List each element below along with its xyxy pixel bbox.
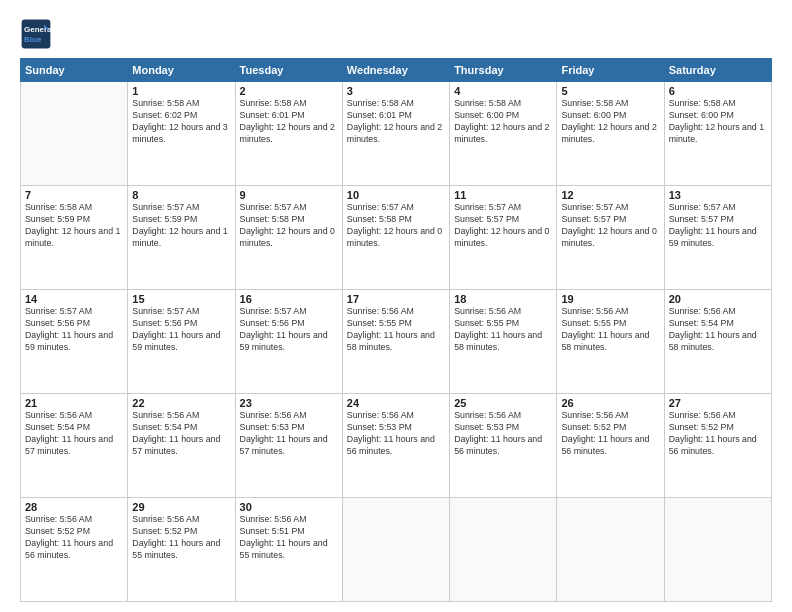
day-info: Sunrise: 5:57 AM Sunset: 5:56 PM Dayligh… [25,306,123,354]
day-info: Sunrise: 5:56 AM Sunset: 5:53 PM Dayligh… [240,410,338,458]
day-number: 20 [669,293,767,305]
calendar-cell: 10Sunrise: 5:57 AM Sunset: 5:58 PM Dayli… [342,186,449,290]
day-number: 11 [454,189,552,201]
calendar-cell [557,498,664,602]
calendar-cell: 4Sunrise: 5:58 AM Sunset: 6:00 PM Daylig… [450,82,557,186]
calendar-cell: 18Sunrise: 5:56 AM Sunset: 5:55 PM Dayli… [450,290,557,394]
day-info: Sunrise: 5:58 AM Sunset: 5:59 PM Dayligh… [25,202,123,250]
day-number: 12 [561,189,659,201]
day-number: 22 [132,397,230,409]
day-info: Sunrise: 5:56 AM Sunset: 5:52 PM Dayligh… [25,514,123,562]
calendar-cell: 22Sunrise: 5:56 AM Sunset: 5:54 PM Dayli… [128,394,235,498]
calendar-cell: 26Sunrise: 5:56 AM Sunset: 5:52 PM Dayli… [557,394,664,498]
calendar-cell: 14Sunrise: 5:57 AM Sunset: 5:56 PM Dayli… [21,290,128,394]
calendar-cell: 23Sunrise: 5:56 AM Sunset: 5:53 PM Dayli… [235,394,342,498]
calendar-cell [342,498,449,602]
calendar-cell: 21Sunrise: 5:56 AM Sunset: 5:54 PM Dayli… [21,394,128,498]
weekday-header-thursday: Thursday [450,59,557,82]
weekday-header-saturday: Saturday [664,59,771,82]
calendar-cell: 25Sunrise: 5:56 AM Sunset: 5:53 PM Dayli… [450,394,557,498]
calendar-cell: 29Sunrise: 5:56 AM Sunset: 5:52 PM Dayli… [128,498,235,602]
day-number: 3 [347,85,445,97]
page: General Blue SundayMondayTuesdayWednesda… [0,0,792,612]
calendar-cell: 28Sunrise: 5:56 AM Sunset: 5:52 PM Dayli… [21,498,128,602]
day-info: Sunrise: 5:58 AM Sunset: 6:00 PM Dayligh… [669,98,767,146]
day-info: Sunrise: 5:57 AM Sunset: 5:57 PM Dayligh… [561,202,659,250]
week-row-3: 14Sunrise: 5:57 AM Sunset: 5:56 PM Dayli… [21,290,772,394]
calendar-cell: 12Sunrise: 5:57 AM Sunset: 5:57 PM Dayli… [557,186,664,290]
day-info: Sunrise: 5:58 AM Sunset: 6:01 PM Dayligh… [240,98,338,146]
day-info: Sunrise: 5:57 AM Sunset: 5:57 PM Dayligh… [454,202,552,250]
calendar-cell: 16Sunrise: 5:57 AM Sunset: 5:56 PM Dayli… [235,290,342,394]
day-number: 4 [454,85,552,97]
day-number: 13 [669,189,767,201]
calendar-cell [450,498,557,602]
day-number: 6 [669,85,767,97]
day-number: 14 [25,293,123,305]
calendar-cell: 3Sunrise: 5:58 AM Sunset: 6:01 PM Daylig… [342,82,449,186]
day-info: Sunrise: 5:56 AM Sunset: 5:51 PM Dayligh… [240,514,338,562]
day-number: 27 [669,397,767,409]
day-number: 30 [240,501,338,513]
calendar-cell: 15Sunrise: 5:57 AM Sunset: 5:56 PM Dayli… [128,290,235,394]
day-info: Sunrise: 5:56 AM Sunset: 5:52 PM Dayligh… [669,410,767,458]
svg-text:Blue: Blue [24,35,42,44]
calendar-cell: 7Sunrise: 5:58 AM Sunset: 5:59 PM Daylig… [21,186,128,290]
day-number: 23 [240,397,338,409]
week-row-4: 21Sunrise: 5:56 AM Sunset: 5:54 PM Dayli… [21,394,772,498]
day-number: 21 [25,397,123,409]
day-info: Sunrise: 5:56 AM Sunset: 5:54 PM Dayligh… [25,410,123,458]
day-info: Sunrise: 5:57 AM Sunset: 5:56 PM Dayligh… [132,306,230,354]
header: General Blue [20,18,772,50]
calendar-cell: 8Sunrise: 5:57 AM Sunset: 5:59 PM Daylig… [128,186,235,290]
week-row-5: 28Sunrise: 5:56 AM Sunset: 5:52 PM Dayli… [21,498,772,602]
day-info: Sunrise: 5:56 AM Sunset: 5:52 PM Dayligh… [132,514,230,562]
day-number: 19 [561,293,659,305]
day-info: Sunrise: 5:57 AM Sunset: 5:56 PM Dayligh… [240,306,338,354]
calendar-cell: 2Sunrise: 5:58 AM Sunset: 6:01 PM Daylig… [235,82,342,186]
day-info: Sunrise: 5:56 AM Sunset: 5:53 PM Dayligh… [347,410,445,458]
calendar-cell: 24Sunrise: 5:56 AM Sunset: 5:53 PM Dayli… [342,394,449,498]
day-number: 5 [561,85,659,97]
day-info: Sunrise: 5:56 AM Sunset: 5:55 PM Dayligh… [347,306,445,354]
calendar-cell: 27Sunrise: 5:56 AM Sunset: 5:52 PM Dayli… [664,394,771,498]
day-info: Sunrise: 5:56 AM Sunset: 5:55 PM Dayligh… [454,306,552,354]
day-info: Sunrise: 5:58 AM Sunset: 6:02 PM Dayligh… [132,98,230,146]
day-number: 24 [347,397,445,409]
day-number: 28 [25,501,123,513]
weekday-header-wednesday: Wednesday [342,59,449,82]
weekday-header-friday: Friday [557,59,664,82]
day-info: Sunrise: 5:57 AM Sunset: 5:58 PM Dayligh… [240,202,338,250]
day-number: 1 [132,85,230,97]
weekday-header-sunday: Sunday [21,59,128,82]
day-number: 8 [132,189,230,201]
day-info: Sunrise: 5:56 AM Sunset: 5:55 PM Dayligh… [561,306,659,354]
calendar-cell: 6Sunrise: 5:58 AM Sunset: 6:00 PM Daylig… [664,82,771,186]
day-number: 26 [561,397,659,409]
calendar-cell: 13Sunrise: 5:57 AM Sunset: 5:57 PM Dayli… [664,186,771,290]
day-info: Sunrise: 5:58 AM Sunset: 6:00 PM Dayligh… [561,98,659,146]
day-info: Sunrise: 5:56 AM Sunset: 5:53 PM Dayligh… [454,410,552,458]
calendar-cell: 20Sunrise: 5:56 AM Sunset: 5:54 PM Dayli… [664,290,771,394]
calendar-cell: 1Sunrise: 5:58 AM Sunset: 6:02 PM Daylig… [128,82,235,186]
day-info: Sunrise: 5:56 AM Sunset: 5:52 PM Dayligh… [561,410,659,458]
calendar-cell [664,498,771,602]
logo: General Blue [20,18,56,50]
week-row-1: 1Sunrise: 5:58 AM Sunset: 6:02 PM Daylig… [21,82,772,186]
weekday-header-tuesday: Tuesday [235,59,342,82]
day-info: Sunrise: 5:58 AM Sunset: 6:01 PM Dayligh… [347,98,445,146]
calendar-cell: 19Sunrise: 5:56 AM Sunset: 5:55 PM Dayli… [557,290,664,394]
day-number: 16 [240,293,338,305]
calendar-cell: 5Sunrise: 5:58 AM Sunset: 6:00 PM Daylig… [557,82,664,186]
day-number: 9 [240,189,338,201]
calendar-cell: 11Sunrise: 5:57 AM Sunset: 5:57 PM Dayli… [450,186,557,290]
day-info: Sunrise: 5:57 AM Sunset: 5:58 PM Dayligh… [347,202,445,250]
day-number: 18 [454,293,552,305]
calendar-cell [21,82,128,186]
day-number: 29 [132,501,230,513]
day-info: Sunrise: 5:56 AM Sunset: 5:54 PM Dayligh… [669,306,767,354]
day-number: 17 [347,293,445,305]
calendar-cell: 17Sunrise: 5:56 AM Sunset: 5:55 PM Dayli… [342,290,449,394]
weekday-header-monday: Monday [128,59,235,82]
day-number: 2 [240,85,338,97]
